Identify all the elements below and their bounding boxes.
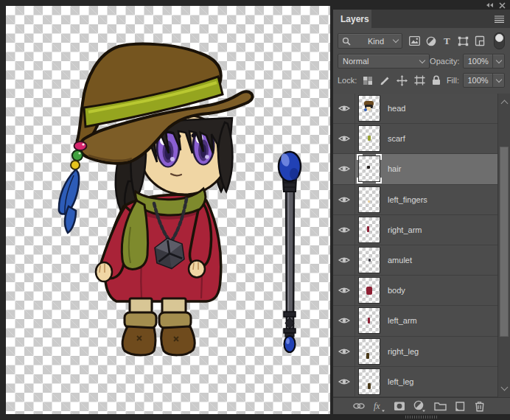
kind-filter-dropdown[interactable]: Kind — [338, 33, 402, 49]
eye-icon — [338, 165, 350, 172]
add-layer-mask-icon[interactable] — [394, 401, 405, 411]
chevron-down-icon — [495, 57, 501, 63]
tab-layers-label: Layers — [340, 14, 369, 24]
eye-icon — [338, 256, 350, 264]
character — [59, 44, 253, 355]
layer-name: scarf — [388, 134, 405, 143]
layer-row[interactable]: right_arm — [333, 215, 497, 245]
layers-panel: Layers Kind — [333, 0, 510, 420]
layer-thumbnail[interactable] — [358, 247, 380, 273]
eye-icon — [338, 317, 350, 324]
visibility-toggle[interactable] — [333, 245, 355, 275]
layer-row[interactable]: amulet — [333, 245, 497, 276]
layer-filter-toggle[interactable] — [494, 32, 505, 49]
eye-icon — [338, 105, 350, 112]
blend-mode-dropdown[interactable]: Normal — [338, 54, 430, 69]
delete-layer-icon[interactable] — [474, 401, 485, 412]
layer-name: left_fingers — [388, 195, 427, 204]
chevron-down-icon — [419, 57, 425, 63]
layer-thumbnail[interactable] — [358, 125, 380, 152]
panel-bottom-strip — [333, 414, 510, 420]
layer-row[interactable]: left_leg — [333, 367, 497, 397]
filter-shape-layers-icon[interactable] — [458, 36, 469, 46]
scrollbar-thumb[interactable] — [500, 147, 509, 337]
eye-icon — [338, 378, 350, 385]
svg-text:fx: fx — [374, 401, 380, 411]
layer-list-scrollbar[interactable] — [497, 94, 510, 397]
layer-rows: head scarf hair left_fingers right_arm a… — [333, 94, 497, 397]
layer-thumbnail[interactable] — [358, 186, 380, 213]
filter-type-layers-icon[interactable]: T — [442, 36, 452, 46]
scroll-down-icon[interactable] — [501, 384, 509, 391]
layer-name: head — [388, 104, 405, 113]
fill-value: 100% — [464, 76, 492, 85]
filter-pixel-layers-icon[interactable] — [409, 36, 420, 46]
search-icon — [342, 37, 365, 46]
layer-thumbnail[interactable] — [358, 95, 380, 122]
layer-thumbnail[interactable] — [358, 307, 380, 334]
lock-all-icon[interactable] — [432, 75, 441, 85]
svg-text:T: T — [444, 36, 450, 46]
layer-thumbnail[interactable] — [358, 338, 380, 365]
layer-row[interactable]: head — [333, 94, 497, 124]
new-adjustment-layer-icon[interactable] — [413, 400, 426, 412]
document-canvas[interactable] — [6, 6, 330, 414]
visibility-toggle[interactable] — [333, 154, 355, 183]
link-layers-icon[interactable] — [353, 401, 365, 411]
layer-row[interactable]: scarf — [333, 124, 497, 154]
close-icon[interactable] — [499, 2, 506, 9]
lock-label: Lock: — [338, 76, 357, 85]
panel-controls: Kind T — [333, 28, 510, 89]
layer-name: hair — [388, 164, 401, 173]
layer-style-fx-icon[interactable]: fx — [373, 400, 385, 412]
layer-name: right_arm — [388, 225, 422, 234]
lock-transparent-pixels-icon[interactable] — [363, 76, 373, 85]
scroll-up-icon[interactable] — [501, 100, 509, 108]
fill-input[interactable]: 100% — [463, 73, 505, 88]
layer-list: head scarf hair left_fingers right_arm a… — [333, 94, 510, 397]
filter-adjustment-layers-icon[interactable] — [426, 36, 436, 46]
layer-thumbnail[interactable] — [358, 155, 380, 182]
layer-thumbnail[interactable] — [358, 368, 380, 395]
layer-row[interactable]: left_fingers — [333, 185, 497, 215]
visibility-toggle[interactable] — [333, 94, 355, 123]
visibility-toggle[interactable] — [333, 185, 355, 214]
panel-menu-icon[interactable] — [495, 15, 504, 23]
layer-row[interactable]: right_leg — [333, 337, 497, 367]
panel-tab-bar: Layers — [333, 10, 510, 28]
tab-layers[interactable]: Layers — [333, 10, 371, 28]
layer-name: body — [388, 286, 405, 295]
layer-thumbnail[interactable] — [358, 217, 380, 243]
panel-resize-grip[interactable] — [405, 416, 438, 419]
filter-smart-objects-icon[interactable] — [475, 35, 485, 46]
layer-row[interactable]: body — [333, 276, 497, 306]
visibility-toggle[interactable] — [333, 276, 355, 305]
eye-icon — [338, 196, 350, 203]
lock-position-icon[interactable] — [397, 75, 408, 86]
new-group-icon[interactable] — [434, 401, 447, 411]
visibility-toggle[interactable] — [333, 215, 355, 245]
kind-filter-label: Kind — [368, 37, 391, 46]
layer-row[interactable]: left_arm — [333, 306, 497, 336]
collapse-panels-icon[interactable] — [485, 2, 494, 8]
opacity-input[interactable]: 100% — [463, 54, 505, 69]
visibility-toggle[interactable] — [333, 367, 355, 396]
opacity-value: 100% — [464, 57, 492, 66]
visibility-toggle[interactable] — [333, 337, 355, 366]
layer-name: left_leg — [388, 377, 413, 386]
lock-artboard-icon[interactable] — [414, 75, 425, 85]
visibility-toggle[interactable] — [333, 124, 355, 153]
eye-icon — [338, 287, 350, 294]
opacity-label: Opacity: — [430, 57, 459, 66]
eye-icon — [338, 348, 350, 355]
eye-icon — [338, 135, 350, 142]
lock-image-pixels-icon[interactable] — [380, 76, 390, 85]
panel-header — [333, 0, 510, 10]
photoshop-window: Layers Kind — [0, 0, 510, 420]
layers-footer-toolbar: fx — [333, 397, 510, 414]
layer-name: amulet — [388, 256, 412, 265]
new-layer-icon[interactable] — [455, 401, 466, 412]
visibility-toggle[interactable] — [333, 306, 355, 335]
layer-row[interactable]: hair — [333, 154, 497, 184]
layer-thumbnail[interactable] — [358, 277, 380, 304]
